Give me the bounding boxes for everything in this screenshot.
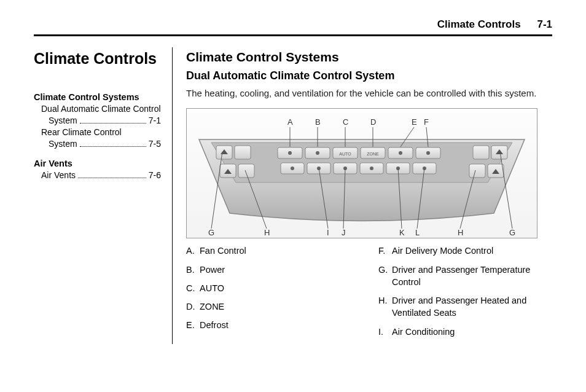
- toc-item-label: Air Vents: [41, 170, 76, 181]
- diagram-label: I: [327, 228, 329, 237]
- legend-text: Air Delivery Mode Control: [392, 245, 552, 257]
- legend-text: Defrost: [200, 319, 360, 331]
- legend-item: G. Driver and Passenger Temperature Cont…: [378, 264, 552, 289]
- sub-heading: Dual Automatic Climate Control System: [186, 69, 552, 82]
- legend-item: C. AUTO: [186, 282, 360, 294]
- diagram-label: G: [208, 228, 214, 237]
- legend-item: A. Fan Control: [186, 245, 360, 257]
- left-column: Climate Controls Climate Control Systems…: [34, 47, 172, 344]
- toc-leader-dots: [80, 146, 146, 147]
- diagram-label: C: [343, 117, 348, 127]
- legend-item: H. Driver and Passenger Heated and Venti…: [378, 294, 552, 319]
- legend-text: Power: [200, 264, 360, 276]
- legend-text: Air Conditioning: [392, 326, 552, 338]
- diagram-label: G: [509, 228, 515, 237]
- legend-text: ZONE: [200, 300, 360, 313]
- legend-item: F. Air Delivery Mode Control: [378, 245, 552, 257]
- diagram-label: E: [412, 117, 417, 127]
- svg-point-26: [291, 167, 294, 170]
- content-columns: Climate Controls Climate Control Systems…: [34, 47, 552, 344]
- toc-leader-dots: [80, 123, 146, 123]
- legend-text: Driver and Passenger Temperature Control: [392, 264, 552, 289]
- header-section: Climate Controls: [437, 18, 521, 30]
- svg-text:AUTO: AUTO: [339, 152, 351, 156]
- toc-group-title: Air Vents: [34, 159, 161, 168]
- svg-rect-6: [469, 164, 485, 178]
- toc-item-label: System: [49, 115, 77, 127]
- legend-text: Fan Control: [200, 245, 360, 257]
- toc-item-page: 7-1: [149, 115, 161, 127]
- chapter-title: Climate Controls: [34, 50, 161, 68]
- legend-text: Driver and Passenger Heated and Ventilat…: [392, 294, 552, 319]
- legend-letter: H.: [378, 294, 392, 319]
- svg-rect-4: [473, 146, 489, 159]
- legend-letter: C.: [186, 282, 200, 294]
- legend-column-right: F. Air Delivery Mode Control G. Driver a…: [378, 245, 552, 344]
- intro-paragraph: The heating, cooling, and ventilation fo…: [186, 87, 552, 100]
- svg-rect-3: [238, 164, 254, 178]
- legend-item: B. Power: [186, 264, 360, 276]
- section-heading: Climate Control Systems: [186, 50, 552, 65]
- svg-rect-1: [235, 146, 251, 159]
- legend-column-left: A. Fan Control B. Power C. AUTO D. ZONE: [186, 245, 360, 344]
- header-page: 7-1: [537, 18, 552, 30]
- legend-letter: F.: [378, 245, 392, 257]
- diagram-label: D: [370, 117, 376, 127]
- legend-item: E. Defrost: [186, 319, 360, 331]
- legend-letter: I.: [378, 326, 392, 338]
- diagram-label: K: [399, 228, 405, 237]
- legend-letter: B.: [186, 264, 200, 276]
- running-header: Climate Controls 7-1: [34, 18, 552, 36]
- diagram-label: F: [424, 117, 429, 127]
- svg-point-18: [399, 151, 402, 155]
- diagram-label: H: [458, 228, 463, 237]
- toc-leader-dots: [78, 178, 146, 178]
- diagram-label: B: [315, 117, 321, 127]
- toc-item-label: Rear Climate Control: [41, 127, 122, 138]
- right-column: Climate Control Systems Dual Automatic C…: [172, 47, 552, 344]
- svg-point-16: [288, 151, 292, 155]
- toc-item-label: Dual Automatic Climate Control: [41, 103, 161, 115]
- manual-page: Climate Controls 7-1 Climate Controls Cl…: [0, 0, 586, 363]
- toc-item-page: 7-6: [149, 170, 161, 181]
- svg-point-29: [370, 167, 373, 170]
- control-panel-diagram: AUTO ZONE: [186, 108, 537, 238]
- toc-item: Dual Automatic Climate Control: [34, 103, 161, 115]
- legend-letter: D.: [186, 300, 200, 313]
- legend-letter: A.: [186, 245, 200, 257]
- diagram-label: J: [342, 228, 346, 237]
- legend-item: I. Air Conditioning: [378, 326, 552, 338]
- legend-text: AUTO: [200, 282, 360, 294]
- diagram-label: H: [264, 228, 270, 237]
- toc-item-page: 7-5: [149, 138, 161, 150]
- svg-point-19: [426, 151, 430, 155]
- diagram-label: L: [415, 228, 420, 237]
- diagram-label: A: [287, 117, 293, 127]
- toc-item-label: System: [49, 138, 77, 150]
- toc-group-title: Climate Control Systems: [34, 92, 161, 102]
- svg-text:ZONE: ZONE: [367, 152, 379, 156]
- toc-item: System 7-1: [34, 115, 161, 127]
- legend-letter: G.: [378, 264, 392, 289]
- legend-columns: A. Fan Control B. Power C. AUTO D. ZONE: [186, 245, 552, 344]
- legend-item: D. ZONE: [186, 300, 360, 313]
- svg-point-17: [316, 151, 319, 155]
- toc-item: Rear Climate Control: [34, 127, 161, 138]
- toc-item: Air Vents 7-6: [34, 170, 161, 181]
- legend-letter: E.: [186, 319, 200, 331]
- toc-item: System 7-5: [34, 138, 161, 150]
